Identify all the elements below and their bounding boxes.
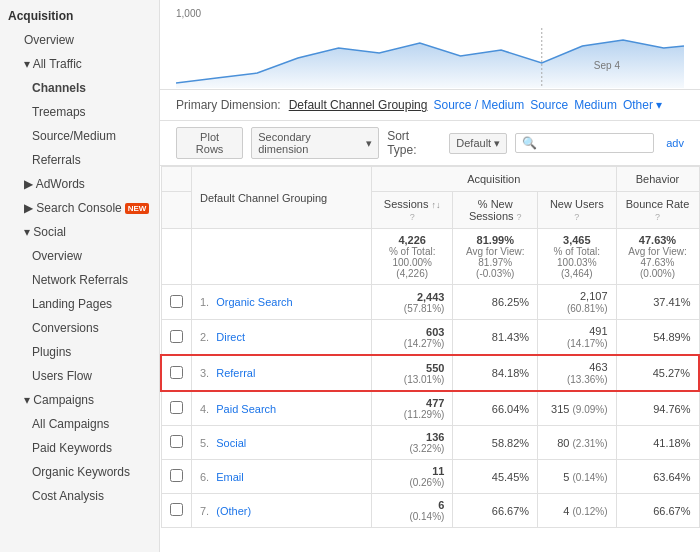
row-new-users: 315 (9.09%) — [538, 391, 616, 426]
sort-type-label: Sort Type: — [387, 129, 441, 157]
row-link[interactable]: Paid Search — [216, 403, 276, 415]
row-name-cell: 4. Paid Search — [192, 391, 372, 426]
sidebar-item-conversions[interactable]: Conversions — [0, 316, 159, 340]
sidebar-item-cost-analysis[interactable]: Cost Analysis — [0, 484, 159, 508]
sidebar-item-social[interactable]: ▾ Social — [0, 220, 159, 244]
row-link[interactable]: Organic Search — [216, 296, 292, 308]
row-checkbox-cell[interactable] — [161, 460, 192, 494]
sidebar-item-social-overview[interactable]: Overview — [0, 244, 159, 268]
row-checkbox-cell[interactable] — [161, 320, 192, 356]
row-name-cell: 2. Direct — [192, 320, 372, 356]
row-checkbox[interactable] — [170, 435, 183, 448]
row-link[interactable]: Referral — [216, 367, 255, 379]
th-dimension: Default Channel Grouping — [192, 167, 372, 229]
row-pct-new: 58.82% — [453, 426, 538, 460]
table-row: 1. Organic Search 2,443 (57.81%) 86.25% … — [161, 285, 699, 320]
primary-dimension-toolbar: Primary Dimension: Default Channel Group… — [160, 90, 700, 121]
th-checkbox — [161, 167, 192, 192]
sidebar-item-acquisition[interactable]: Acquisition — [0, 4, 159, 28]
row-bounce-rate: 94.76% — [616, 391, 699, 426]
th-bounce-rate[interactable]: Bounce Rate ? — [616, 192, 699, 229]
sidebar-item-all-campaigns[interactable]: All Campaigns — [0, 412, 159, 436]
totals-new-users: 3,465 % of Total: 100.03% (3,464) — [538, 229, 616, 285]
th-acquisition: Acquisition — [372, 167, 617, 192]
sidebar-item-treemaps[interactable]: Treemaps — [0, 100, 159, 124]
row-bounce-rate: 41.18% — [616, 426, 699, 460]
dim-default-channel[interactable]: Default Channel Grouping — [289, 98, 428, 112]
advanced-link[interactable]: adv — [666, 137, 684, 149]
row-sessions: 477 (11.29%) — [372, 391, 453, 426]
sort-default-dropdown[interactable]: Default ▾ — [449, 133, 507, 154]
row-checkbox[interactable] — [170, 469, 183, 482]
sidebar-item-referrals[interactable]: Referrals — [0, 148, 159, 172]
row-checkbox-cell[interactable] — [161, 391, 192, 426]
row-pct-new: 84.18% — [453, 355, 538, 391]
row-new-users: 2,107 (60.81%) — [538, 285, 616, 320]
sidebar-item-paid-keywords[interactable]: Paid Keywords — [0, 436, 159, 460]
row-checkbox[interactable] — [170, 366, 183, 379]
chart-y-label: 1,000 — [176, 8, 201, 19]
main-content: 1,000 Sep 4 Primary Dimension: Default C… — [160, 0, 700, 552]
row-sessions: 550 (13.01%) — [372, 355, 453, 391]
dim-source[interactable]: Source — [530, 98, 568, 112]
th-new-users[interactable]: New Users ? — [538, 192, 616, 229]
dim-source-medium[interactable]: Source / Medium — [433, 98, 524, 112]
row-num: 1. — [200, 296, 209, 308]
row-link[interactable]: (Other) — [216, 505, 251, 517]
sidebar-item-campaigns[interactable]: ▾ Campaigns — [0, 388, 159, 412]
row-checkbox-cell[interactable] — [161, 494, 192, 528]
table-row: 7. (Other) 6 (0.14%) 66.67% 4 (0.12%) 66… — [161, 494, 699, 528]
row-name-cell: 5. Social — [192, 426, 372, 460]
row-name-cell: 7. (Other) — [192, 494, 372, 528]
sidebar-item-plugins[interactable]: Plugins — [0, 340, 159, 364]
row-new-users: 463 (13.36%) — [538, 355, 616, 391]
sidebar-item-overview[interactable]: Overview — [0, 28, 159, 52]
row-checkbox[interactable] — [170, 330, 183, 343]
row-link[interactable]: Email — [216, 471, 244, 483]
sidebar-item-channels[interactable]: Channels — [0, 76, 159, 100]
row-checkbox-cell[interactable] — [161, 355, 192, 391]
row-checkbox-cell[interactable] — [161, 426, 192, 460]
chart-line-area — [176, 28, 684, 88]
data-table: Default Channel Grouping Acquisition Beh… — [160, 166, 700, 528]
table-row: 3. Referral 550 (13.01%) 84.18% 463 (13.… — [161, 355, 699, 391]
sidebar-item-all-traffic[interactable]: ▾ All Traffic — [0, 52, 159, 76]
th-pct-new-sessions[interactable]: % New Sessions ? — [453, 192, 538, 229]
controls-row: Plot Rows Secondary dimension ▾ Sort Typ… — [160, 121, 700, 166]
table-row: 6. Email 11 (0.26%) 45.45% 5 (0.14%) 63.… — [161, 460, 699, 494]
sidebar-item-adwords[interactable]: ▶ AdWords — [0, 172, 159, 196]
table-row: 5. Social 136 (3.22%) 58.82% 80 (2.31%) … — [161, 426, 699, 460]
search-input[interactable] — [537, 137, 647, 149]
sidebar-item-organic-keywords[interactable]: Organic Keywords — [0, 460, 159, 484]
plot-rows-button[interactable]: Plot Rows — [176, 127, 243, 159]
chart-svg — [176, 28, 684, 88]
secondary-dimension-dropdown[interactable]: Secondary dimension ▾ — [251, 127, 379, 159]
row-checkbox[interactable] — [170, 401, 183, 414]
row-link[interactable]: Social — [216, 437, 246, 449]
row-num: 6. — [200, 471, 209, 483]
sidebar-item-search-console[interactable]: ▶ Search ConsoleNEW — [0, 196, 159, 220]
dim-medium[interactable]: Medium — [574, 98, 617, 112]
row-pct-new: 66.67% — [453, 494, 538, 528]
row-checkbox-cell[interactable] — [161, 285, 192, 320]
dim-other[interactable]: Other ▾ — [623, 98, 662, 112]
sidebar-item-landing-pages[interactable]: Landing Pages — [0, 292, 159, 316]
sidebar-item-users-flow[interactable]: Users Flow — [0, 364, 159, 388]
sidebar-item-source-medium[interactable]: Source/Medium — [0, 124, 159, 148]
bounce-help-icon: ? — [655, 212, 660, 222]
search-box[interactable]: 🔍 — [515, 133, 654, 153]
th-sessions[interactable]: Sessions ↑↓ ? — [372, 192, 453, 229]
row-bounce-rate: 45.27% — [616, 355, 699, 391]
row-new-users: 491 (14.17%) — [538, 320, 616, 356]
sidebar-item-network-referrals[interactable]: Network Referrals — [0, 268, 159, 292]
row-link[interactable]: Direct — [216, 331, 245, 343]
pct-new-help-icon: ? — [517, 212, 522, 222]
row-checkbox[interactable] — [170, 295, 183, 308]
search-icon: 🔍 — [522, 136, 537, 150]
row-new-users: 80 (2.31%) — [538, 426, 616, 460]
row-sessions: 6 (0.14%) — [372, 494, 453, 528]
row-pct-new: 86.25% — [453, 285, 538, 320]
row-bounce-rate: 54.89% — [616, 320, 699, 356]
row-checkbox[interactable] — [170, 503, 183, 516]
row-name-cell: 6. Email — [192, 460, 372, 494]
